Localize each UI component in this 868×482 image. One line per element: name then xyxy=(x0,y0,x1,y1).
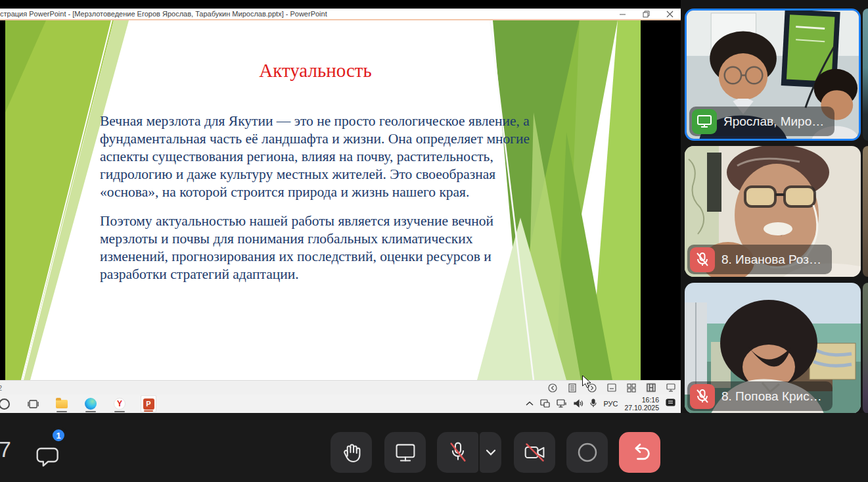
participant-name: 8. Попова Крис… xyxy=(721,389,822,404)
language-indicator[interactable]: РУС xyxy=(603,400,618,408)
slide-body: Вечная мерзлота для Якутии — это не прос… xyxy=(100,112,537,283)
leave-call-button[interactable] xyxy=(619,432,660,473)
participant-tile-ivanova[interactable]: 8. Иванова Роз… xyxy=(685,146,861,277)
speaker-icon[interactable] xyxy=(574,399,583,409)
share-screen-button[interactable] xyxy=(384,432,426,473)
notes-icon[interactable] xyxy=(567,383,577,393)
mouse-cursor xyxy=(582,375,591,391)
edge-browser-icon[interactable] xyxy=(83,395,99,412)
raise-hand-button[interactable] xyxy=(331,432,372,473)
participant-tile-popova[interactable]: 8. Попова Крис… xyxy=(685,283,861,414)
tray-time: 16:16 xyxy=(624,396,659,404)
previous-slide-icon[interactable] xyxy=(547,383,557,393)
cast-icon[interactable] xyxy=(540,399,550,409)
slideshow-toolbar: 2 xyxy=(0,380,681,395)
notification-center-icon[interactable] xyxy=(666,398,675,409)
close-icon[interactable] xyxy=(660,9,679,19)
record-button[interactable] xyxy=(566,432,608,473)
microphone-muted-button[interactable] xyxy=(437,432,478,473)
slide-paragraph: Поэтому актуальностью нашей работы являе… xyxy=(100,212,537,283)
chat-button[interactable] xyxy=(35,442,62,468)
window-title: страция PowerPoint - [Мерзлотоведение Ег… xyxy=(0,10,327,18)
tray-date: 27.10.2025 xyxy=(624,404,659,412)
partial-tile[interactable] xyxy=(863,146,868,277)
participant-name-plate: Ярослав, Миро… xyxy=(689,107,834,136)
slide-number: 2 xyxy=(0,384,2,392)
participant-count: 7 xyxy=(0,437,11,462)
microphone-options-chevron-icon[interactable] xyxy=(480,432,501,473)
restore-icon[interactable] xyxy=(636,9,656,19)
microphone-tray-icon[interactable] xyxy=(590,398,597,409)
task-view-icon[interactable] xyxy=(25,395,41,412)
participant-name-plate: 8. Иванова Роз… xyxy=(687,245,832,274)
partial-tile[interactable] xyxy=(863,9,868,141)
partial-tile[interactable] xyxy=(863,283,868,414)
all-slides-icon[interactable] xyxy=(626,383,636,393)
search-icon[interactable] xyxy=(0,395,12,412)
camera-off-button[interactable] xyxy=(514,432,555,473)
file-explorer-icon[interactable] xyxy=(54,395,70,412)
mic-muted-icon xyxy=(690,247,715,272)
windows-taskbar: Y P РУС 16:16 27.10.2025 xyxy=(0,395,681,413)
powerpoint-titlebar: страция PowerPoint - [Мерзлотоведение Ег… xyxy=(0,9,681,20)
screen-share-icon xyxy=(692,109,717,134)
participant-name: 8. Иванова Роз… xyxy=(721,253,821,267)
yandex-browser-icon[interactable]: Y xyxy=(112,395,127,412)
participant-name-plate: 8. Попова Крис… xyxy=(687,381,833,411)
participant-tile-yaroslav-miroslav[interactable]: Ярослав, Миро… xyxy=(685,9,861,141)
slide-paragraph: Вечная мерзлота для Якутии — это не прос… xyxy=(100,112,537,201)
participant-name: Ярослав, Миро… xyxy=(723,114,824,129)
display-network-icon[interactable] xyxy=(557,399,567,409)
annotate-icon[interactable] xyxy=(606,383,616,393)
clock[interactable]: 16:16 27.10.2025 xyxy=(624,396,659,412)
mic-muted-icon xyxy=(690,384,715,409)
slide-title: Актуальность xyxy=(99,60,532,82)
zoom-slide-icon[interactable] xyxy=(646,383,656,393)
display-settings-icon[interactable] xyxy=(666,383,675,393)
call-controls-bar xyxy=(0,413,868,482)
shared-screen: страция PowerPoint - [Мерзлотоведение Ег… xyxy=(0,0,681,413)
presentation-slide: Актуальность Вечная мерзлота для Якутии … xyxy=(0,20,681,380)
hidden-icons-chevron-icon[interactable] xyxy=(526,400,534,408)
minimize-icon[interactable] xyxy=(612,9,632,19)
powerpoint-taskbar-icon[interactable]: P xyxy=(141,395,156,412)
chat-unread-badge: 1 xyxy=(50,427,67,444)
